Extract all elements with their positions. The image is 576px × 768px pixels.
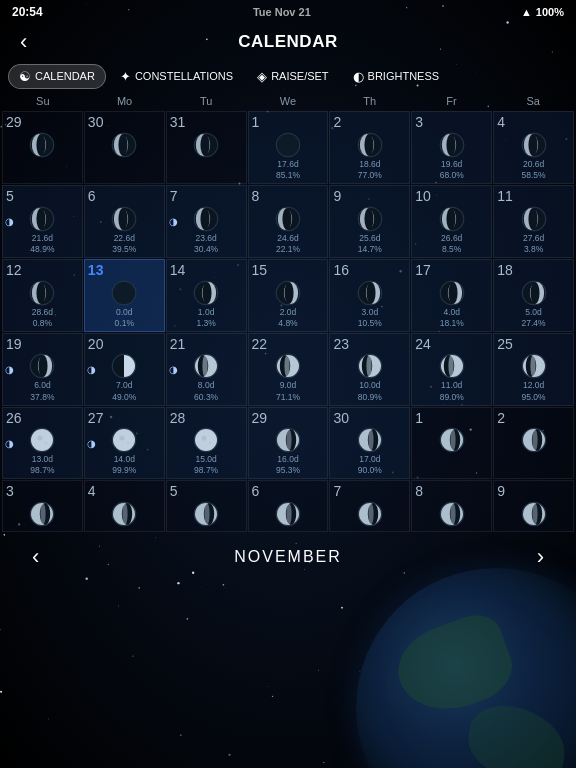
calendar-cell[interactable]: 27◑14.0d 99.9% <box>84 407 165 480</box>
calendar-cell[interactable]: 174.0d 18.1% <box>411 259 492 332</box>
moon-phase-icon <box>357 206 383 232</box>
cell-moon-info: 0.0d 0.1% <box>115 307 134 329</box>
tab-calendar-label: CALENDAR <box>35 70 95 82</box>
calendar-cell[interactable]: 925.6d 14.7% <box>329 185 410 258</box>
cell-date: 5 <box>170 483 178 500</box>
calendar-cell[interactable]: 2411.0d 89.0% <box>411 333 492 406</box>
moon-phase-icon <box>275 427 301 453</box>
moon-phase-icon <box>111 353 137 379</box>
tab-raiseset[interactable]: ◈ RAISE/SET <box>247 65 338 88</box>
calendar-cell[interactable]: 5◑21.6d 48.9% <box>2 185 83 258</box>
brightness-tab-icon: ◐ <box>353 69 364 84</box>
moon-phase-icon <box>29 132 55 158</box>
svg-point-92 <box>284 355 289 377</box>
calendar-cell[interactable]: 26◑13.0d 98.7% <box>2 407 83 480</box>
calendar-cell[interactable]: 1127.6d 3.8% <box>493 185 574 258</box>
calendar-cell[interactable]: 218.6d 77.0% <box>329 111 410 184</box>
moon-phase-icon <box>193 132 219 158</box>
phase-indicator: ◑ <box>169 216 178 227</box>
calendar-cell[interactable]: 141.0d 1.3% <box>166 259 247 332</box>
svg-point-75 <box>448 282 457 304</box>
svg-point-59 <box>113 282 135 304</box>
svg-point-37 <box>201 208 210 230</box>
moon-phase-icon <box>439 280 465 306</box>
moon-phase-icon <box>521 280 547 306</box>
calendar-grid: 293031117.6d 85.1%218.6d 77.0%319.6d 68.… <box>2 111 574 532</box>
svg-point-120 <box>286 429 291 451</box>
calendar-cell[interactable]: 30 <box>84 111 165 184</box>
moon-phase-icon <box>357 280 383 306</box>
prev-month-button[interactable]: ‹ <box>20 540 51 574</box>
cell-date: 18 <box>497 262 513 279</box>
cell-moon-info: 11.0d 89.0% <box>440 380 464 402</box>
svg-point-17 <box>364 134 373 156</box>
day-headers: SuMoTuWeThFrSa <box>2 92 574 110</box>
calendar-cell[interactable]: 824.6d 22.1% <box>248 185 329 258</box>
calendar-cell[interactable]: 2 <box>493 407 574 480</box>
svg-point-88 <box>203 355 208 377</box>
calendar-cell[interactable]: 8 <box>411 480 492 532</box>
tab-constellations[interactable]: ✦ CONSTELLATIONS <box>110 65 243 88</box>
calendar-cell[interactable]: 20◑7.0d 49.0% <box>84 333 165 406</box>
calendar-cell[interactable]: 29 <box>2 111 83 184</box>
calendar-cell[interactable]: 4 <box>84 480 165 532</box>
moon-phase-icon <box>29 280 55 306</box>
calendar-cell[interactable]: 420.6d 58.5% <box>493 111 574 184</box>
moon-phase-icon <box>111 501 137 527</box>
cell-date: 9 <box>333 188 341 205</box>
cell-moon-info: 26.6d 8.5% <box>441 233 462 255</box>
cell-date: 29 <box>6 114 22 131</box>
calendar-cell[interactable]: 1 <box>411 407 492 480</box>
cell-moon-info: 27.6d 3.8% <box>523 233 544 255</box>
moon-phase-icon <box>357 501 383 527</box>
calendar-cell[interactable]: 2916.0d 95.3% <box>248 407 329 480</box>
calendar-cell[interactable]: 319.6d 68.0% <box>411 111 492 184</box>
calendar-cell[interactable]: 2512.0d 95.0% <box>493 333 574 406</box>
cell-moon-info: 21.6d 48.9% <box>30 233 54 255</box>
calendar-cell[interactable]: 6 <box>248 480 329 532</box>
moon-phase-icon <box>521 132 547 158</box>
back-button[interactable]: ‹ <box>12 25 35 59</box>
next-month-button[interactable]: › <box>525 540 556 574</box>
cell-moon-info: 18.6d 77.0% <box>358 159 382 181</box>
cell-date: 31 <box>170 114 186 131</box>
status-time: 20:54 <box>12 5 43 19</box>
calendar-cell[interactable]: 622.6d 39.5% <box>84 185 165 258</box>
calendar-cell[interactable]: 7 <box>329 480 410 532</box>
calendar-cell[interactable]: 31 <box>166 111 247 184</box>
calendar-cell[interactable]: 2310.0d 80.9% <box>329 333 410 406</box>
calendar-cell[interactable]: 130.0d 0.1% <box>84 259 165 332</box>
calendar-cell[interactable]: 3 <box>2 480 83 532</box>
svg-point-25 <box>528 134 537 156</box>
calendar-cell[interactable]: 1026.6d 8.5% <box>411 185 492 258</box>
calendar-cell[interactable]: 19◑6.0d 37.8% <box>2 333 83 406</box>
calendar-cell[interactable]: 5 <box>166 480 247 532</box>
calendar-cell[interactable]: 2815.0d 98.7% <box>166 407 247 480</box>
moon-phase-icon <box>193 353 219 379</box>
calendar-cell[interactable]: 163.0d 10.5% <box>329 259 410 332</box>
calendar-cell[interactable]: 229.0d 71.1% <box>248 333 329 406</box>
calendar-cell[interactable]: 3017.0d 90.0% <box>329 407 410 480</box>
calendar-cell[interactable]: 21◑8.0d 60.3% <box>166 333 247 406</box>
calendar-cell[interactable]: 9 <box>493 480 574 532</box>
moon-phase-icon <box>521 427 547 453</box>
cell-moon-info: 8.0d 60.3% <box>194 380 218 402</box>
status-date: Tue Nov 21 <box>253 6 311 18</box>
calendar-cell[interactable]: 152.0d 4.8% <box>248 259 329 332</box>
cell-moon-info: 23.6d 30.4% <box>194 233 218 255</box>
moon-phase-icon <box>111 206 137 232</box>
cell-moon-info: 16.0d 95.3% <box>276 454 300 476</box>
cell-date: 2 <box>497 410 505 427</box>
calendar-cell[interactable]: 185.0d 27.4% <box>493 259 574 332</box>
cell-moon-info: 15.0d 98.7% <box>194 454 218 476</box>
moon-phase-icon <box>439 501 465 527</box>
tab-brightness[interactable]: ◐ BRIGHTNESS <box>343 65 450 88</box>
calendar-cell[interactable]: 1228.6d 0.8% <box>2 259 83 332</box>
tab-calendar[interactable]: ☯ CALENDAR <box>8 64 106 89</box>
cell-moon-info: 28.6d 0.8% <box>32 307 53 329</box>
svg-point-140 <box>123 503 128 525</box>
calendar-cell[interactable]: 117.6d 85.1% <box>248 111 329 184</box>
moon-phase-icon <box>29 206 55 232</box>
calendar-cell[interactable]: 7◑23.6d 30.4% <box>166 185 247 258</box>
svg-point-106 <box>31 429 53 451</box>
